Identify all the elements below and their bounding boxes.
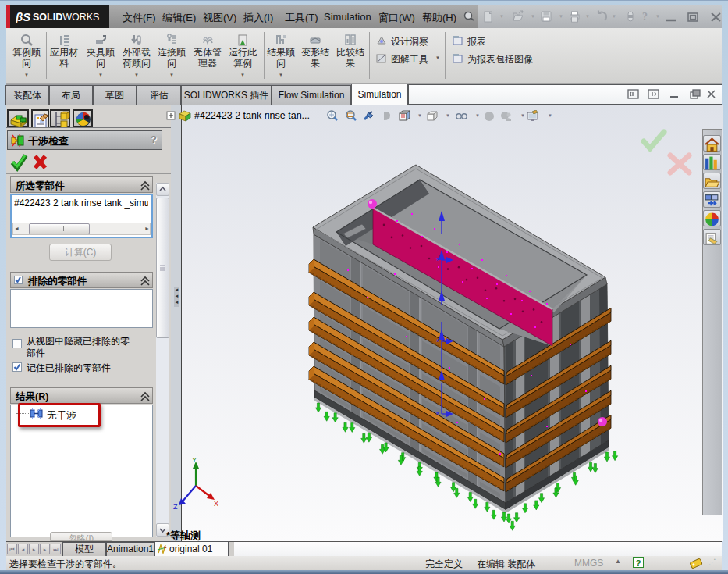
svg-text:βS: βS — [16, 10, 30, 23]
svg-text:SOLIDWORKS: SOLIDWORKS — [33, 12, 99, 23]
svg-text:#422423 2 tank rinse tan...: #422423 2 tank rinse tan... — [194, 110, 310, 121]
svg-text:?: ? — [642, 11, 648, 23]
